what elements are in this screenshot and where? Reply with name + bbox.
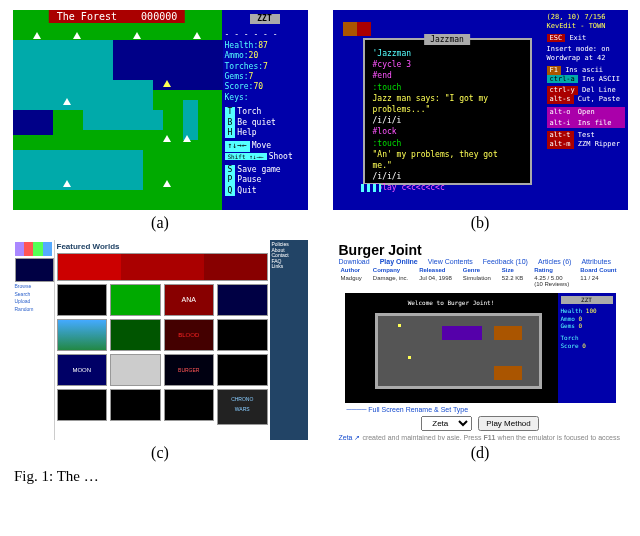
play-online-screenshot: Burger Joint Download Play Online View C… (333, 240, 628, 440)
zzt-editor-screenshot: Jazzman 'Jazzman #cycle 3 #end :touch Ja… (333, 10, 628, 210)
page-title: Burger Joint (333, 240, 628, 258)
editor-sidebar: (28, 10) 7/156 KevEdit - TOWN ESC Exit I… (544, 10, 628, 210)
world-thumb (110, 354, 161, 386)
subfig-d-label: (d) (471, 444, 490, 462)
rating-h: Rating (534, 267, 572, 273)
h-key: H (225, 128, 236, 138)
right-sidebar: Policies About Contact FAQ Links (270, 240, 308, 440)
subfig-d: Burger Joint Download Play Online View C… (330, 240, 630, 462)
alt-i-label: Ins file (578, 119, 612, 127)
board-title-score: 000000 (141, 11, 177, 22)
subfig-b-label: (b) (471, 214, 490, 232)
move-label: Move (252, 141, 271, 150)
zzt-board-title: The Forest 000000 (49, 10, 185, 23)
ctrl-a-key: ctrl-a (547, 75, 578, 84)
author-h: Author (341, 267, 365, 273)
zzt-label: ZZT (561, 296, 613, 304)
f11-key: F11 (483, 434, 495, 440)
editor-main: Jazzman 'Jazzman #cycle 3 #end :touch Ja… (333, 10, 544, 210)
code-line: /i/i/i (373, 115, 522, 126)
code-line: #cycle 3 (373, 59, 522, 70)
shoot-label: Shoot (269, 152, 293, 161)
arrow-keys: ↑↓→← (225, 141, 250, 151)
ctrl-y-label: Del Line (582, 86, 616, 94)
genre-v: Simulation (463, 275, 494, 287)
f1-label: Ins ascii (565, 66, 603, 74)
world-thumb: CHRONOWARS (217, 389, 268, 425)
shift-keys: Shift ↑↓→← (225, 153, 267, 161)
code-line: "An' my problems, they got me." (373, 149, 522, 171)
b-key: B (225, 118, 236, 128)
tree-icon (183, 135, 191, 142)
company-h: Company (373, 267, 411, 273)
below-links: ──── Full Screen Rename & Set Type (333, 405, 628, 414)
left-sidebar: Browse Search Upload Random (13, 240, 55, 440)
nav-link: Browse (15, 284, 52, 290)
t-label: Torch (237, 107, 261, 116)
gems-label: Gems (561, 322, 575, 329)
section-header: Featured Worlds (57, 242, 268, 251)
insert-mode: Insert mode: on (547, 45, 625, 54)
alt-o-key: alt-o (547, 108, 574, 117)
play-method-button[interactable]: Play Method (478, 416, 538, 431)
p-key: P (225, 175, 236, 185)
author-v: Madguy (341, 275, 365, 287)
coord: (28, 10) 7/156 (547, 13, 625, 22)
tab-articles: Articles (6) (538, 258, 571, 265)
tab-bar: Download Play Online View Contents Feedb… (333, 258, 628, 265)
alt-s-label: Cut, Paste (578, 95, 620, 103)
health-label: Health: (225, 41, 259, 50)
rating-v: 4.25 / 5.00 (10 Reviews) (534, 275, 572, 287)
ammo-label: Ammo: (225, 51, 249, 60)
alt-i-key: alt-i (547, 119, 574, 128)
b-label: Be quiet (237, 118, 276, 127)
alt-o-label: Open (578, 108, 595, 116)
world-thumb: ANA (164, 284, 215, 316)
alt-t-key: alt-t (547, 131, 574, 140)
alt-m-label: ZZM Ripper (578, 140, 620, 148)
banner-thumb (57, 253, 268, 281)
tab-download: Download (339, 258, 370, 265)
world-thumb (164, 389, 215, 421)
code-line: 'Jazzman (373, 48, 522, 59)
featured-thumb (15, 258, 54, 282)
alt-s-key: alt-s (547, 95, 574, 104)
world-thumb (57, 284, 108, 316)
world-thumb (217, 319, 268, 351)
website-browse-screenshot: Browse Search Upload Random Featured Wor… (13, 240, 308, 440)
emulator-sidebar: ZZT Health 100 Ammo 0 Gems 0 Torch Score… (558, 293, 616, 403)
tree-icon (133, 32, 141, 39)
released-v: Jul 04, 1998 (419, 275, 455, 287)
door (494, 366, 522, 380)
code-line: #end (373, 70, 522, 81)
nav-link: Search (15, 292, 52, 298)
room (375, 313, 542, 389)
torch-label: Torch (561, 334, 579, 341)
health-label: Health (561, 307, 583, 314)
subfig-c-label: (c) (151, 444, 169, 462)
main-content: Featured Worlds ANA BLOOD MOON BURGER (55, 240, 270, 440)
door (494, 326, 522, 340)
score-value: 0 (582, 342, 586, 349)
ammo-value: 0 (579, 315, 583, 322)
tile (343, 22, 357, 36)
ctrl-y-key: ctrl-y (547, 86, 578, 95)
boards-v: 11 / 24 (580, 275, 619, 287)
world-thumb (57, 319, 108, 351)
gems-value: 7 (249, 72, 254, 81)
alt-m-key: alt-m (547, 140, 574, 149)
tab-play-online: Play Online (380, 258, 418, 265)
note-text: created and maintained by asie. Press (360, 434, 483, 440)
emulator-select[interactable]: Zeta (421, 416, 472, 431)
emulator-playfield: Welcome to Burger Joint! (345, 293, 558, 403)
code-line: :touch (373, 138, 522, 149)
item-icon (398, 324, 401, 327)
zzt-sidebar: ZZT - - - - - - Health:87 Ammo:20 Torche… (222, 10, 308, 210)
t-key: T (225, 107, 236, 117)
boards-h: Board Count (580, 267, 619, 273)
code-panel: Jazzman 'Jazzman #cycle 3 #end :touch Ja… (363, 38, 532, 185)
tile (357, 22, 371, 36)
gems-label: Gems: (225, 72, 249, 81)
released-h: Released (419, 267, 455, 273)
right-link: Links (272, 264, 306, 270)
